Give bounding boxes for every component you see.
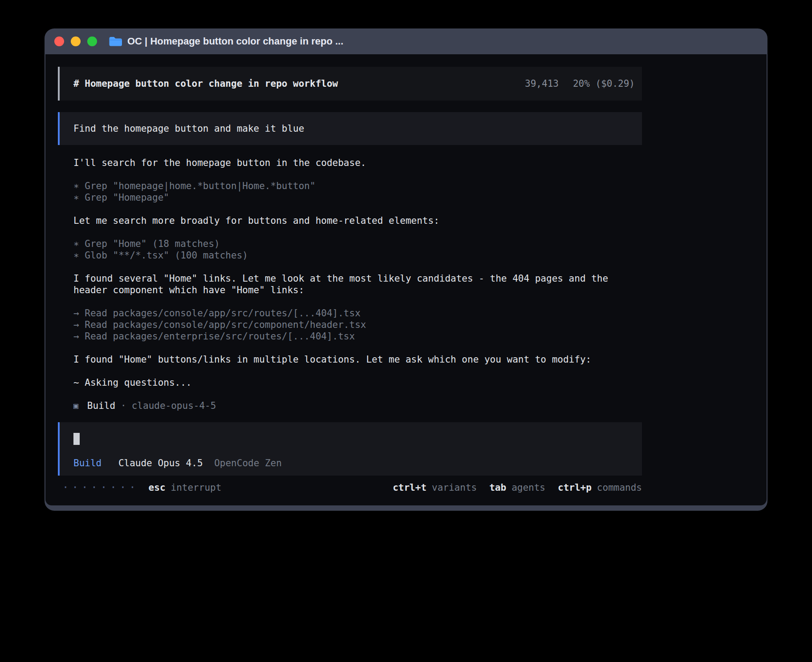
- tool-call-line: ∗ Grep "Homepage": [73, 192, 642, 203]
- session-title: # Homepage button color change in repo w…: [73, 78, 338, 89]
- agent-status-line: ▣ Build · claude-opus-4-5: [58, 400, 642, 412]
- shortcut-key: ctrl+p: [558, 482, 592, 493]
- agent-model: claude-opus-4-5: [132, 400, 216, 412]
- tool-call-line: → Read packages/enterprise/src/routes/[.…: [73, 331, 642, 342]
- blank-line: [73, 365, 642, 377]
- agent-icon: ▣: [73, 400, 78, 412]
- blank-line: [73, 388, 642, 400]
- session-header: # Homepage button color change in repo w…: [58, 67, 642, 101]
- blank-line: [73, 296, 642, 307]
- agent-separator: ·: [121, 400, 126, 412]
- text-cursor: [73, 433, 80, 445]
- shortcut-label: commands: [597, 482, 642, 493]
- terminal-content: # Homepage button color change in repo w…: [45, 54, 767, 505]
- session-usage: 39,413 20% ($0.29): [525, 78, 642, 89]
- token-count: 39,413: [525, 78, 559, 89]
- shortcut-key: tab: [489, 482, 506, 493]
- editor-mode: Build: [73, 458, 102, 468]
- status-left: ········ esc interrupt: [58, 482, 221, 493]
- close-button[interactable]: [54, 36, 64, 46]
- editor-meta: Build Claude Opus 4.5 OpenCode Zen: [73, 458, 642, 468]
- tool-call-line: ∗ Grep "homepage|home.*button|Home.*butt…: [73, 180, 642, 192]
- assistant-text-line: Let me search more broadly for buttons a…: [73, 215, 642, 226]
- tool-call-line: → Read packages/console/app/src/componen…: [73, 319, 642, 331]
- assistant-text-line: I found "Home" buttons/links in multiple…: [73, 354, 642, 365]
- zoom-button[interactable]: [87, 36, 97, 46]
- esc-key-label: interrupt: [171, 482, 222, 493]
- shortcut-variants: ctrl+tvariants: [393, 482, 477, 493]
- tool-call-line: ∗ Glob "**/*.tsx" (100 matches): [73, 250, 642, 261]
- traffic-lights: [54, 36, 97, 46]
- window-title: OC | Homepage button color change in rep…: [127, 36, 343, 47]
- prompt-input[interactable]: Build Claude Opus 4.5 OpenCode Zen: [58, 422, 642, 476]
- blank-line: [73, 342, 642, 354]
- esc-key-hint: esc: [149, 482, 166, 493]
- assistant-text-line: I found several "Home" links. Let me loo…: [73, 273, 642, 296]
- tool-call-line: → Read packages/console/app/src/routes/[…: [73, 307, 642, 319]
- terminal-window: OC | Homepage button color change in rep…: [45, 28, 767, 511]
- status-bar: ········ esc interrupt ctrl+tvariantstab…: [58, 482, 642, 493]
- shortcut-agents: tabagents: [489, 482, 545, 493]
- agent-name: Build: [87, 400, 115, 412]
- blank-line: [73, 203, 642, 215]
- shortcut-label: agents: [512, 482, 545, 493]
- shortcut-key: ctrl+t: [393, 482, 426, 493]
- blank-line: [73, 169, 642, 180]
- blank-line: [73, 226, 642, 238]
- tool-call-line: ∗ Grep "Home" (18 matches): [73, 238, 642, 250]
- shortcut-hints: ctrl+tvariantstabagentsctrl+pcommands: [393, 482, 642, 493]
- editor-model: Claude Opus 4.5: [118, 458, 203, 468]
- spinner-dots: ········: [62, 482, 139, 493]
- folder-icon: [109, 36, 122, 47]
- context-usage: 20% ($0.29): [573, 78, 635, 89]
- user-message-text: Find the homepage button and make it blu…: [73, 123, 304, 134]
- shortcut-commands: ctrl+pcommands: [558, 482, 642, 493]
- shortcut-label: variants: [432, 482, 477, 493]
- editor-provider: OpenCode Zen: [214, 458, 282, 468]
- transcript: I'll search for the homepage button in t…: [58, 157, 642, 400]
- user-message: Find the homepage button and make it blu…: [58, 112, 642, 145]
- minimize-button[interactable]: [71, 36, 81, 46]
- assistant-text-line: ~ Asking questions...: [73, 377, 642, 388]
- assistant-text-line: I'll search for the homepage button in t…: [73, 157, 642, 169]
- window-titlebar: OC | Homepage button color change in rep…: [45, 28, 767, 54]
- blank-line: [73, 261, 642, 273]
